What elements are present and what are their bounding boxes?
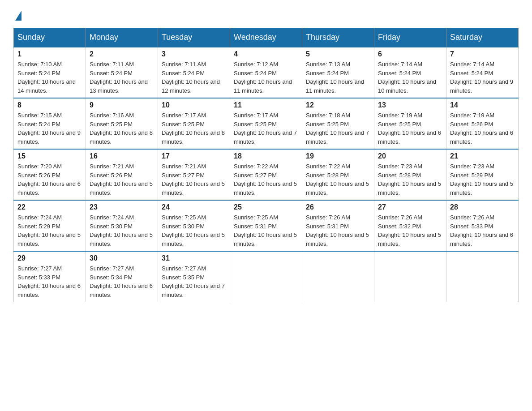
sunrise-label: Sunrise: 7:26 AM — [450, 214, 494, 221]
day-info: Sunrise: 7:25 AM Sunset: 5:31 PM Dayligh… — [234, 213, 298, 248]
calendar-day-cell: 27 Sunrise: 7:26 AM Sunset: 5:32 PM Dayl… — [374, 200, 446, 251]
sunrise-label: Sunrise: 7:11 AM — [162, 61, 206, 68]
day-number: 25 — [234, 203, 298, 211]
sunset-label: Sunset: 5:28 PM — [306, 172, 349, 179]
calendar-day-cell: 3 Sunrise: 7:11 AM Sunset: 5:24 PM Dayli… — [158, 47, 230, 98]
sunrise-label: Sunrise: 7:21 AM — [90, 163, 134, 170]
day-number: 10 — [162, 101, 226, 109]
calendar-day-cell — [230, 251, 302, 302]
calendar-day-cell: 23 Sunrise: 7:24 AM Sunset: 5:30 PM Dayl… — [86, 200, 158, 251]
sunset-label: Sunset: 5:26 PM — [90, 172, 133, 179]
sunset-label: Sunset: 5:24 PM — [378, 70, 421, 77]
daylight-label: Daylight: 10 hours and 5 minutes. — [90, 180, 153, 196]
sunrise-label: Sunrise: 7:19 AM — [378, 112, 422, 119]
sunset-label: Sunset: 5:29 PM — [450, 172, 493, 179]
day-number: 18 — [234, 152, 298, 160]
calendar-week-row: 1 Sunrise: 7:10 AM Sunset: 5:24 PM Dayli… — [14, 47, 519, 98]
daylight-label: Daylight: 10 hours and 6 minutes. — [17, 283, 81, 298]
day-info: Sunrise: 7:14 AM Sunset: 5:24 PM Dayligh… — [378, 60, 442, 95]
sunrise-label: Sunrise: 7:26 AM — [306, 214, 350, 221]
day-info: Sunrise: 7:26 AM Sunset: 5:32 PM Dayligh… — [378, 213, 442, 248]
day-info: Sunrise: 7:11 AM Sunset: 5:24 PM Dayligh… — [90, 60, 154, 95]
calendar-day-cell: 13 Sunrise: 7:19 AM Sunset: 5:25 PM Dayl… — [374, 98, 446, 149]
day-number: 28 — [450, 203, 515, 211]
day-info: Sunrise: 7:22 AM Sunset: 5:28 PM Dayligh… — [306, 162, 370, 197]
day-number: 19 — [306, 152, 370, 160]
day-number: 4 — [234, 50, 298, 58]
day-number: 13 — [378, 101, 442, 109]
sunset-label: Sunset: 5:28 PM — [378, 172, 421, 179]
sunrise-label: Sunrise: 7:13 AM — [306, 61, 350, 68]
day-info: Sunrise: 7:13 AM Sunset: 5:24 PM Dayligh… — [306, 60, 370, 95]
calendar-day-cell: 8 Sunrise: 7:15 AM Sunset: 5:24 PM Dayli… — [14, 98, 86, 149]
sunrise-label: Sunrise: 7:16 AM — [90, 112, 134, 119]
daylight-label: Daylight: 10 hours and 12 minutes. — [162, 78, 220, 94]
calendar-day-cell: 4 Sunrise: 7:12 AM Sunset: 5:24 PM Dayli… — [230, 47, 302, 98]
daylight-label: Daylight: 10 hours and 13 minutes. — [90, 78, 148, 94]
sunset-label: Sunset: 5:27 PM — [234, 172, 277, 179]
day-info: Sunrise: 7:17 AM Sunset: 5:25 PM Dayligh… — [162, 111, 226, 146]
sunset-label: Sunset: 5:25 PM — [306, 121, 349, 128]
day-number: 2 — [90, 50, 154, 58]
day-number: 14 — [450, 101, 515, 109]
calendar-day-cell: 24 Sunrise: 7:25 AM Sunset: 5:30 PM Dayl… — [158, 200, 230, 251]
sunrise-label: Sunrise: 7:14 AM — [450, 61, 494, 68]
day-info: Sunrise: 7:20 AM Sunset: 5:26 PM Dayligh… — [17, 162, 82, 197]
day-number: 16 — [90, 152, 154, 160]
calendar-day-cell: 14 Sunrise: 7:19 AM Sunset: 5:26 PM Dayl… — [446, 98, 519, 149]
sunrise-label: Sunrise: 7:26 AM — [378, 214, 422, 221]
daylight-label: Daylight: 10 hours and 11 minutes. — [306, 78, 364, 94]
sunrise-label: Sunrise: 7:15 AM — [17, 112, 62, 119]
calendar-day-cell: 11 Sunrise: 7:17 AM Sunset: 5:25 PM Dayl… — [230, 98, 302, 149]
sunset-label: Sunset: 5:26 PM — [17, 172, 60, 179]
day-number: 11 — [234, 101, 298, 109]
logo — [13, 9, 21, 19]
sunset-label: Sunset: 5:24 PM — [306, 70, 349, 77]
day-number: 8 — [17, 101, 82, 109]
calendar-week-row: 15 Sunrise: 7:20 AM Sunset: 5:26 PM Dayl… — [14, 149, 519, 200]
day-number: 21 — [450, 152, 515, 160]
calendar-week-row: 22 Sunrise: 7:24 AM Sunset: 5:29 PM Dayl… — [14, 200, 519, 251]
day-number: 27 — [378, 203, 442, 211]
daylight-label: Daylight: 10 hours and 6 minutes. — [450, 231, 513, 247]
calendar-day-cell: 9 Sunrise: 7:16 AM Sunset: 5:25 PM Dayli… — [86, 98, 158, 149]
sunrise-label: Sunrise: 7:25 AM — [234, 214, 278, 221]
day-info: Sunrise: 7:21 AM Sunset: 5:27 PM Dayligh… — [162, 162, 226, 197]
calendar-day-cell: 2 Sunrise: 7:11 AM Sunset: 5:24 PM Dayli… — [86, 47, 158, 98]
sunset-label: Sunset: 5:24 PM — [450, 70, 493, 77]
calendar-day-cell: 17 Sunrise: 7:21 AM Sunset: 5:27 PM Dayl… — [158, 149, 230, 200]
daylight-label: Daylight: 10 hours and 9 minutes. — [17, 129, 81, 145]
daylight-label: Daylight: 10 hours and 10 minutes. — [378, 78, 436, 94]
sunset-label: Sunset: 5:25 PM — [162, 121, 205, 128]
sunrise-label: Sunrise: 7:27 AM — [162, 265, 206, 272]
calendar-day-cell: 29 Sunrise: 7:27 AM Sunset: 5:33 PM Dayl… — [14, 251, 86, 302]
day-info: Sunrise: 7:23 AM Sunset: 5:28 PM Dayligh… — [378, 162, 442, 197]
day-number: 24 — [162, 203, 226, 211]
page-header — [13, 9, 519, 19]
day-number: 20 — [378, 152, 442, 160]
daylight-label: Daylight: 10 hours and 5 minutes. — [378, 231, 441, 247]
daylight-label: Daylight: 10 hours and 8 minutes. — [90, 129, 153, 145]
sunrise-label: Sunrise: 7:10 AM — [17, 61, 62, 68]
day-info: Sunrise: 7:27 AM Sunset: 5:34 PM Dayligh… — [90, 264, 154, 299]
calendar-week-row: 29 Sunrise: 7:27 AM Sunset: 5:33 PM Dayl… — [14, 251, 519, 302]
logo-triangle-icon — [15, 11, 21, 21]
daylight-label: Daylight: 10 hours and 9 minutes. — [450, 78, 513, 94]
daylight-label: Daylight: 10 hours and 6 minutes. — [378, 129, 441, 145]
day-info: Sunrise: 7:24 AM Sunset: 5:30 PM Dayligh… — [90, 213, 154, 248]
sunrise-label: Sunrise: 7:25 AM — [162, 214, 206, 221]
sunrise-label: Sunrise: 7:24 AM — [17, 214, 62, 221]
sunset-label: Sunset: 5:35 PM — [162, 274, 205, 281]
sunset-label: Sunset: 5:24 PM — [234, 70, 277, 77]
day-number: 3 — [162, 50, 226, 58]
sunset-label: Sunset: 5:24 PM — [90, 70, 133, 77]
calendar-day-cell — [446, 251, 519, 302]
day-number: 12 — [306, 101, 370, 109]
calendar-day-header: Wednesday — [230, 28, 302, 47]
sunrise-label: Sunrise: 7:12 AM — [234, 61, 278, 68]
calendar-day-cell — [302, 251, 374, 302]
day-number: 7 — [450, 50, 515, 58]
daylight-label: Daylight: 10 hours and 7 minutes. — [234, 129, 297, 145]
day-number: 22 — [17, 203, 82, 211]
calendar-day-cell: 25 Sunrise: 7:25 AM Sunset: 5:31 PM Dayl… — [230, 200, 302, 251]
